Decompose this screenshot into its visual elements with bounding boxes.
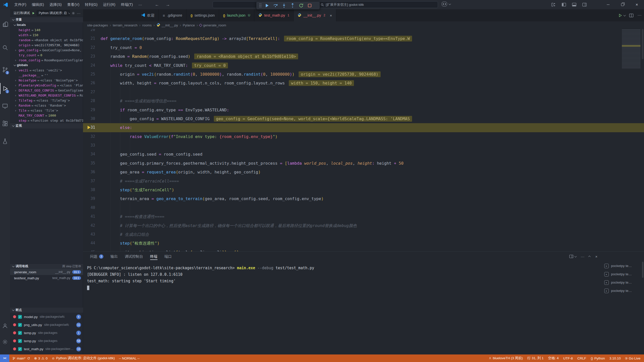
variable-row[interactable]: origin=vec2i(7205730, 9024468) [10, 42, 83, 48]
toggle-primary-sidebar-icon[interactable] [562, 3, 566, 7]
code-line-35[interactable]: 35 geo_config.primary_forces.geothermal_… [83, 159, 644, 168]
menu-item-0[interactable]: 文件(F) [12, 0, 29, 9]
panel-tab-端口[interactable]: 端口 [162, 252, 175, 261]
variable-row[interactable]: ›NoiseType=<class 'NoiseType'> [10, 78, 83, 83]
code-line-32[interactable]: 32 raise ValueError(f"Invalid env type: … [83, 132, 644, 141]
breakpoint-row[interactable]: ✓test_math.pysite-packages\terrain_res…1… [10, 345, 83, 353]
checkbox-checked[interactable]: ✓ [18, 331, 22, 335]
variable-row[interactable]: ›geo_config=GeoConfig(seed=None, wor… [10, 48, 83, 53]
copilot-button[interactable] [442, 2, 450, 6]
panel-tab-调试控制台[interactable]: 调试控制台 [122, 252, 146, 261]
activity-item-accounts[interactable] [0, 320, 10, 331]
git-branch-item[interactable]: main* [12, 356, 30, 360]
toggle-secondary-sidebar-icon[interactable] [582, 3, 587, 7]
code-line-27[interactable]: 27 [83, 88, 644, 97]
variable-row[interactable]: __package__='' [10, 73, 83, 78]
editor-scrollbar[interactable] [641, 29, 644, 251]
variables-group-locals[interactable]: locals [10, 22, 83, 27]
indentation-item[interactable]: 空格: 4 [548, 356, 559, 360]
tab-settings.json[interactable]: {}settings.json [186, 9, 219, 21]
panel-tab-终端[interactable]: 终端 [147, 252, 160, 261]
eol-item[interactable]: CRLF [577, 356, 586, 360]
menu-item-6[interactable]: 终端(T) [118, 0, 136, 9]
step-out-button[interactable] [289, 2, 296, 9]
code-line-41[interactable]: 41 # ====检查连通性==== [83, 212, 644, 221]
breadcrumb-item[interactable]: __init__.py [156, 23, 178, 27]
breakpoint-row[interactable]: ✓png_utils.pysite-packages\wfc11 [10, 321, 83, 329]
gitlens-blame-item[interactable]: blueloveTH (3 周前) [489, 356, 523, 360]
more-actions-icon[interactable]: ··· [77, 11, 80, 15]
checkbox-checked[interactable]: ✓ [18, 347, 22, 351]
checkbox-checked[interactable]: ✓ [18, 323, 22, 327]
code-line-20[interactable]: 20 [83, 29, 644, 34]
tab-.gdignore[interactable]: ≡.gdignore [159, 9, 186, 21]
code-line-21[interactable]: 21def generate_room(room_config: RoomReq… [83, 34, 644, 43]
drag-handle[interactable] [259, 5, 260, 6]
command-center-search[interactable]: [扩展开发宿主] godot-ldtk [213, 1, 438, 8]
variable-row[interactable]: width=150 [10, 32, 83, 37]
close-icon[interactable]: × [330, 13, 332, 18]
code-line-37[interactable]: 37 # ====生成TerrainCell==== [83, 177, 644, 186]
activity-item-extensions[interactable] [0, 118, 10, 129]
breadcrumb-item[interactable]: generate_room [199, 23, 226, 27]
continue-button[interactable] [263, 2, 271, 9]
tab-test_math.py[interactable]: test_math.py1 [254, 9, 294, 21]
tab-[interactable]: 欢迎 [137, 9, 159, 21]
run-python-file-button[interactable] [618, 13, 625, 18]
variables-section-header[interactable]: 变量 [10, 17, 83, 22]
menu-item-5[interactable]: 运行(R) [100, 0, 118, 9]
menu-item-4[interactable]: 转到(G) [82, 0, 100, 9]
step-over-button[interactable] [272, 2, 279, 9]
tasks-scrollbar[interactable] [642, 262, 643, 278]
split-editor-icon[interactable] [629, 14, 633, 17]
code-line-45[interactable]: 45 exit_combinations: list[tuple[vec2i, … [83, 248, 644, 251]
code-line-22[interactable]: 22 try_count = 0 [83, 43, 644, 52]
panel-tab-输出[interactable]: 输出 [107, 252, 121, 261]
forward-icon[interactable]: → [166, 2, 170, 7]
panel-tab-问题[interactable]: 问题3 [87, 252, 106, 261]
code-line-26[interactable]: 26 width, height = room_config.layout.n_… [83, 79, 644, 87]
breakpoint-row[interactable]: ✓temp.pysite-packages1 [10, 329, 83, 337]
terminal-output[interactable]: PS C:\computer_science\godot-ldtk\site-p… [87, 265, 600, 291]
launch-config-dropdown[interactable]: Python 调试程序: 启 [37, 10, 70, 16]
tab-__init__.py[interactable]: __init__.py2× [294, 9, 336, 21]
terminal-instance[interactable]: ▸pocketpy te… [601, 287, 644, 295]
terminal-views-button[interactable] [569, 255, 576, 258]
activity-item-search[interactable] [0, 42, 10, 53]
maximize-panel-icon[interactable] [588, 255, 591, 258]
activity-item-explorer[interactable] [0, 19, 10, 30]
more-actions-icon[interactable]: ··· [581, 254, 584, 259]
code-line-28[interactable]: 28 # ====生成初始地理信息==== [83, 97, 644, 105]
breakpoints-section-header[interactable]: 断点 [10, 307, 83, 313]
remote-indicator[interactable]: >< [0, 354, 9, 362]
terminal-instance[interactable]: ▸pocketpy te… [601, 270, 644, 278]
code-line-23[interactable]: 23 random = Random(room_config.seed)rand… [83, 52, 644, 61]
menu-item-1[interactable]: 编辑(E) [29, 0, 47, 9]
variable-row[interactable]: ›room_config=RoomRequestConfig(env_t… [10, 58, 83, 63]
tab-launch.json[interactable]: {}launch.jsonU [219, 9, 255, 21]
menu-item-7[interactable]: ··· [136, 0, 145, 9]
variable-row[interactable]: random=<Random object at 0x1bf9d01e… [10, 37, 83, 42]
minimize-button[interactable] [601, 0, 615, 9]
breadcrumb-item[interactable]: site-packages [87, 23, 108, 27]
breadcrumb-item[interactable]: Pylance [183, 23, 195, 27]
variable-row[interactable]: try_count=0 [10, 53, 83, 58]
variable-row[interactable]: step=<function step at 0x1bf8d716d [10, 118, 83, 123]
step-into-button[interactable] [280, 2, 288, 9]
variable-row[interactable]: ›WASTELAND_ROOM_REQUEST_CONFIG=RoomR… [10, 93, 83, 98]
debug-session-item[interactable]: Python 调试程序: 启动文件 (godot-ldtk) [52, 356, 115, 360]
variable-row[interactable]: height=140 [10, 27, 83, 32]
activity-item-remote-explorer[interactable] [0, 101, 10, 112]
more-actions-icon[interactable]: ··· [637, 13, 641, 18]
stack-frame[interactable]: generate_room__init__.py31:1 [10, 269, 83, 275]
code-line-42[interactable]: 42 # 计算每一个出口的中心，然后使用astar生成路径，确保每一个出口组合都… [83, 221, 644, 230]
watch-section-header[interactable]: 监视 [10, 123, 83, 128]
code-line-25[interactable]: 25 origin = vec2i(random.randint(0, 1000… [83, 70, 644, 79]
breakpoint-row[interactable]: ✓model.pysite-packages\wfc6 [10, 313, 83, 321]
activity-item-testing[interactable] [0, 136, 10, 147]
code-line-29[interactable]: 29 if room_config.env_type == EnvType.WA… [83, 106, 644, 114]
call-stack-section-header[interactable]: 调用堆栈 因 step 已暂停 [10, 263, 83, 269]
restore-button[interactable] [615, 0, 630, 9]
code-line-36[interactable]: 36 geo_area = request_area(origin, width… [83, 168, 644, 176]
terminal-instance[interactable]: ▸pocketpy te… [601, 278, 644, 287]
